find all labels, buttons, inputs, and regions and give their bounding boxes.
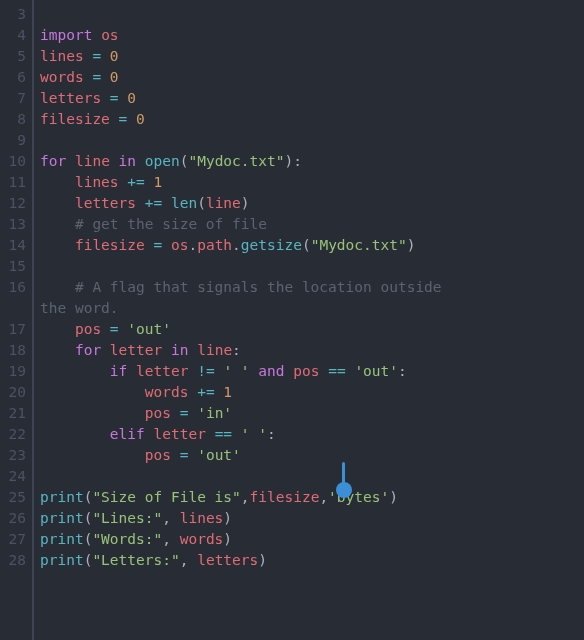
token-op: =	[154, 237, 163, 253]
line-number: 22	[0, 424, 26, 445]
token-def	[110, 153, 119, 169]
code-line[interactable]	[40, 256, 584, 277]
line-number: 27	[0, 529, 26, 550]
token-ident: letters	[197, 552, 258, 568]
code-line[interactable]: print("Words:", words)	[40, 529, 584, 550]
code-line[interactable]: pos = 'in'	[40, 403, 584, 424]
token-ident: filesize	[75, 237, 145, 253]
token-def	[162, 342, 171, 358]
token-def	[119, 90, 128, 106]
token-def	[285, 363, 294, 379]
code-line[interactable]: the word.	[40, 298, 584, 319]
token-def	[101, 90, 110, 106]
token-ident: pos	[145, 447, 171, 463]
token-ident: lines	[40, 48, 84, 64]
token-punc: :	[232, 342, 241, 358]
code-line[interactable]: letters += len(line)	[40, 193, 584, 214]
code-line[interactable]: lines += 1	[40, 172, 584, 193]
code-line[interactable]: import os	[40, 25, 584, 46]
code-line[interactable]: for line in open("Mydoc.txt"):	[40, 151, 584, 172]
token-def	[66, 153, 75, 169]
code-line[interactable]: print("Lines:", lines)	[40, 508, 584, 529]
token-punc: :	[267, 426, 276, 442]
token-def	[110, 111, 119, 127]
token-def	[171, 405, 180, 421]
token-def	[319, 363, 328, 379]
line-number: 3	[0, 4, 26, 25]
token-str: 'out'	[354, 363, 398, 379]
token-def	[40, 321, 75, 337]
token-kw: in	[119, 153, 136, 169]
token-def	[188, 384, 197, 400]
token-op: =	[110, 90, 119, 106]
code-line[interactable]	[40, 466, 584, 487]
token-str: "Words:"	[92, 531, 162, 547]
token-ident: line	[206, 195, 241, 211]
code-area[interactable]: import oslines = 0words = 0letters = 0fi…	[40, 0, 584, 640]
token-def	[92, 27, 101, 43]
line-number: 16	[0, 277, 26, 298]
code-line[interactable]: pos = 'out'	[40, 319, 584, 340]
code-line[interactable]: elif letter == ' ':	[40, 424, 584, 445]
token-punc: ,	[180, 552, 197, 568]
token-def	[145, 426, 154, 442]
token-def	[188, 363, 197, 379]
token-ident: line	[197, 342, 232, 358]
token-cmt: # A flag that signals the location outsi…	[75, 279, 450, 295]
code-editor[interactable]: 3456789101112131415161718192021222324252…	[0, 0, 584, 640]
token-num: 0	[136, 111, 145, 127]
line-number: 5	[0, 46, 26, 67]
code-line[interactable]: print("Letters:", letters)	[40, 550, 584, 571]
token-punc: )	[223, 510, 232, 526]
line-number: 24	[0, 466, 26, 487]
code-line[interactable]: filesize = os.path.getsize("Mydoc.txt")	[40, 235, 584, 256]
code-line[interactable]: lines = 0	[40, 46, 584, 67]
token-op: !=	[197, 363, 214, 379]
token-def	[40, 384, 145, 400]
code-line[interactable]	[40, 4, 584, 25]
code-line[interactable]: filesize = 0	[40, 109, 584, 130]
token-num: 0	[110, 48, 119, 64]
token-bfunc: print	[40, 531, 84, 547]
token-punc: )	[241, 195, 250, 211]
code-line[interactable]: letters = 0	[40, 88, 584, 109]
token-ident: filesize	[40, 111, 110, 127]
token-def	[119, 174, 128, 190]
token-bfunc: print	[40, 510, 84, 526]
token-cmt: the word.	[40, 300, 119, 316]
code-line[interactable]	[40, 130, 584, 151]
token-str: 'in'	[197, 405, 232, 421]
token-kw: import	[40, 27, 92, 43]
line-number: 18	[0, 340, 26, 361]
token-op: =	[92, 69, 101, 85]
code-line[interactable]: pos = 'out'	[40, 445, 584, 466]
line-number: 4	[0, 25, 26, 46]
token-punc: ,	[319, 489, 328, 505]
token-def	[101, 342, 110, 358]
code-line[interactable]: words = 0	[40, 67, 584, 88]
token-str: "Letters:"	[92, 552, 179, 568]
token-kw: for	[75, 342, 101, 358]
code-line[interactable]: # A flag that signals the location outsi…	[40, 277, 584, 298]
token-ident: filesize	[250, 489, 320, 505]
token-punc: )	[223, 531, 232, 547]
token-punc: ):	[284, 153, 301, 169]
gutter-rule	[32, 0, 34, 640]
token-num: 1	[154, 174, 163, 190]
code-line[interactable]: for letter in line:	[40, 340, 584, 361]
code-line[interactable]: if letter != ' ' and pos == 'out':	[40, 361, 584, 382]
token-cmt: # get the size of file	[75, 216, 267, 232]
code-line[interactable]: words += 1	[40, 382, 584, 403]
token-ident: letter	[154, 426, 206, 442]
token-def	[40, 237, 75, 253]
token-op: ==	[328, 363, 345, 379]
code-line[interactable]: # get the size of file	[40, 214, 584, 235]
token-op: =	[110, 321, 119, 337]
line-number-gutter: 3456789101112131415161718192021222324252…	[0, 0, 32, 640]
line-number: 15	[0, 256, 26, 277]
line-number: 6	[0, 67, 26, 88]
token-def	[101, 321, 110, 337]
code-line[interactable]: print("Size of File is",filesize,'bytes'…	[40, 487, 584, 508]
token-def	[250, 363, 259, 379]
token-ident: line	[75, 153, 110, 169]
